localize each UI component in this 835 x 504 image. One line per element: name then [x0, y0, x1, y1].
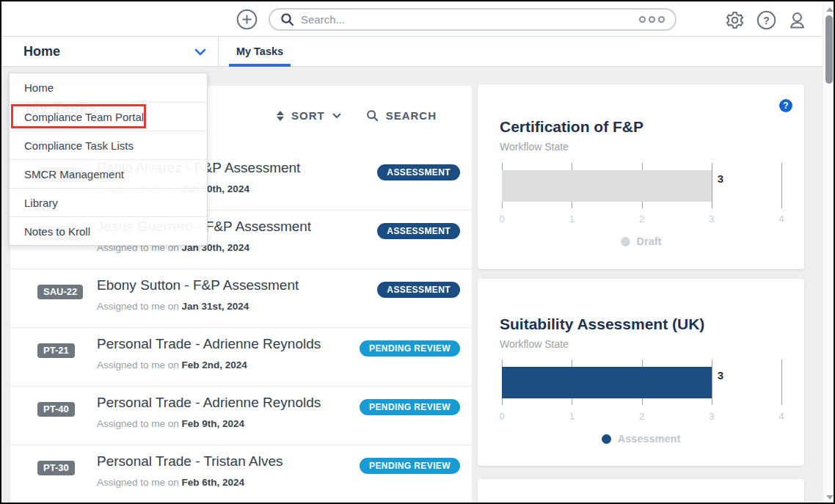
menu-item-notes-to-kroll[interactable]: Notes to Kroll [10, 216, 207, 245]
status-badge: PENDING REVIEW [360, 458, 460, 474]
status-badge: ASSESSMENT [377, 282, 460, 298]
task-id-badge: PT-40 [37, 402, 75, 417]
legend-label: Assessment [618, 433, 680, 445]
status-badge: PENDING REVIEW [360, 340, 460, 357]
ellipsis-icon[interactable] [639, 16, 665, 23]
search-icon [280, 12, 294, 26]
tab-label: My Tasks [229, 45, 291, 57]
question-circle-icon: ? [756, 10, 776, 30]
assigned-prefix: Assigned to me on [97, 301, 179, 312]
search-icon [366, 109, 379, 122]
tab-my-tasks[interactable]: My Tasks [229, 37, 291, 67]
sort-icon [277, 111, 284, 121]
scroll-up-arrow-icon[interactable] [826, 7, 834, 12]
top-bar: Search... ? [1, 1, 834, 37]
gridline [781, 163, 782, 208]
scroll-down-arrow-icon[interactable] [826, 495, 834, 500]
x-axis-ticks: 0 1 2 3 4 [502, 213, 781, 225]
search-button[interactable]: SEARCH [386, 109, 437, 122]
assigned-date: Feb 6th, 2024 [182, 477, 245, 488]
help-badge-icon[interactable]: ? [779, 99, 792, 112]
plus-circle-icon [236, 9, 258, 30]
task-row[interactable]: PT-21 Personal Trade - Adrienne Reynolds… [10, 328, 472, 387]
task-title: Personal Trade - Adrienne Reynolds [97, 336, 321, 352]
task-assigned-text: Assigned to me on Jan 31st, 2024 [97, 301, 249, 312]
tick-label: 3 [709, 213, 714, 224]
global-search-input[interactable]: Search... [269, 8, 677, 31]
assigned-date: Feb 2nd, 2024 [182, 359, 247, 370]
context-label: Home [23, 44, 60, 59]
status-badge: PENDING REVIEW [360, 399, 460, 415]
app-window: Search... ? Home My Tasks [0, 0, 835, 504]
tick-label: 2 [639, 213, 644, 224]
svg-text:?: ? [763, 15, 770, 26]
gear-icon [725, 10, 745, 30]
bar-assessment[interactable] [502, 367, 712, 398]
menu-item-library[interactable]: Library [10, 188, 207, 216]
gridline [712, 163, 712, 208]
bar-value-label: 3 [718, 369, 723, 381]
chart-card-partial [478, 479, 804, 504]
chart-legend: Assessment [478, 433, 804, 445]
menu-item-compliance-task-lists[interactable]: Compliance Task Lists [10, 131, 207, 159]
task-row[interactable]: PT-30 Personal Trade - Tristan Alves Ass… [10, 445, 472, 504]
create-button[interactable] [236, 9, 258, 30]
chart-card-suitability: Suitability Assessment (UK) Workflow Sta… [478, 279, 804, 466]
tick-label: 1 [569, 213, 575, 224]
assigned-date: Jan 31st, 2024 [182, 301, 249, 312]
status-badge: ASSESSMENT [377, 223, 460, 239]
task-title: Personal Trade - Tristan Alves [97, 453, 282, 470]
bar-chart: 3 [502, 359, 781, 405]
chart-card-certification: ? Certification of F&P Workflow State 3 … [478, 84, 804, 269]
tick-label: 1 [569, 411, 575, 422]
tick-label: 4 [779, 213, 784, 224]
legend-dot [621, 237, 630, 246]
bar-draft[interactable] [502, 170, 712, 202]
vertical-scrollbar[interactable] [823, 3, 835, 504]
x-axis-ticks: 0 1 2 3 4 [502, 411, 781, 423]
task-id-badge: PT-21 [37, 343, 75, 358]
menu-item-compliance-team-portal[interactable]: Compliance Team Portal [10, 102, 207, 131]
task-id-badge: PT-30 [37, 461, 75, 475]
assigned-date: Feb 9th, 2024 [182, 418, 245, 429]
list-controls: SORT SEARCH [277, 109, 437, 122]
assigned-prefix: Assigned to me on [97, 418, 179, 429]
task-id-badge: SAU-22 [37, 285, 83, 299]
assigned-prefix: Assigned to me on [97, 359, 179, 370]
menu-item-home[interactable]: Home [10, 73, 207, 102]
help-button[interactable]: ? [756, 10, 776, 30]
settings-button[interactable] [725, 10, 745, 30]
task-title: Ebony Sutton - F&P Assessment [97, 277, 299, 293]
bar-chart: 3 [502, 163, 781, 208]
task-title: Personal Trade - Adrienne Reynolds [97, 395, 321, 411]
person-icon [787, 10, 807, 30]
sort-button[interactable]: SORT [291, 109, 325, 122]
chevron-down-icon [194, 48, 206, 56]
task-assigned-text: Assigned to me on Feb 6th, 2024 [97, 477, 244, 488]
home-dropdown-menu: Home Compliance Team Portal Compliance T… [9, 73, 208, 246]
chart-title: Certification of F&P [500, 118, 643, 136]
status-badge: ASSESSMENT [377, 164, 460, 180]
scrollbar-thumb[interactable] [825, 15, 833, 84]
chart-legend: Draft [478, 235, 804, 247]
task-assigned-text: Assigned to me on Feb 9th, 2024 [97, 418, 244, 429]
tick-label: 4 [779, 411, 784, 422]
tick-label: 3 [709, 411, 714, 422]
bar-value-label: 3 [718, 172, 723, 185]
chart-title: Suitability Assessment (UK) [500, 315, 704, 333]
nav-bar: Home My Tasks [1, 37, 834, 67]
legend-dot [602, 434, 611, 444]
task-row[interactable]: PT-40 Personal Trade - Adrienne Reynolds… [10, 387, 472, 445]
chart-subtitle: Workflow State [500, 141, 569, 153]
tick-label: 0 [499, 411, 504, 422]
user-menu-button[interactable] [787, 10, 807, 30]
gridline [781, 359, 782, 405]
menu-item-smcr-management[interactable]: SMCR Management [10, 159, 207, 188]
task-assigned-text: Assigned to me on Feb 2nd, 2024 [97, 359, 247, 370]
gridline [712, 359, 712, 405]
context-switcher[interactable]: Home [1, 37, 219, 67]
assigned-prefix: Assigned to me on [97, 477, 179, 488]
task-row[interactable]: SAU-22 Ebony Sutton - F&P Assessment Ass… [10, 269, 472, 328]
chevron-down-icon[interactable] [332, 113, 341, 119]
search-placeholder: Search... [301, 13, 639, 26]
